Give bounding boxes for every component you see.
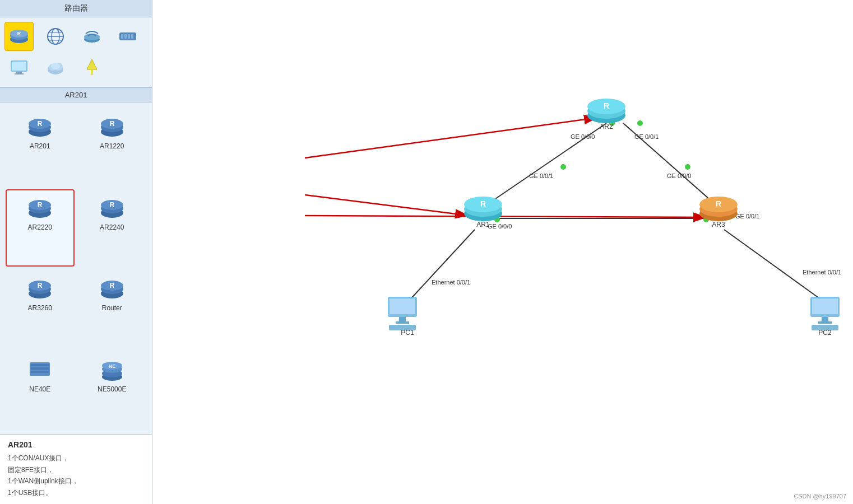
device-NE40E-label: NE40E xyxy=(29,385,50,393)
svg-text:R: R xyxy=(480,199,486,208)
svg-point-64 xyxy=(560,164,566,170)
device-AR201-label: AR201 xyxy=(30,142,50,150)
device-AR2220[interactable]: R AR2220 xyxy=(6,189,75,267)
svg-rect-53 xyxy=(31,371,49,373)
toolbar-monitor-icon[interactable] xyxy=(4,53,34,82)
svg-rect-19 xyxy=(15,73,24,74)
device-grid: R AR201 R AR1220 R AR2220 xyxy=(0,102,152,434)
svg-rect-97 xyxy=(396,321,409,324)
svg-text:GE 0/0/1: GE 0/0/1 xyxy=(529,172,553,179)
svg-text:GE 0/0/0: GE 0/0/0 xyxy=(571,133,595,140)
svg-rect-52 xyxy=(31,367,49,370)
toolbar-router-icon[interactable]: R xyxy=(4,22,34,51)
svg-rect-15 xyxy=(131,34,133,39)
device-NE5000E[interactable]: NE NE5000E xyxy=(78,351,147,429)
label-PC1: PC1 xyxy=(401,329,414,337)
label-AR1: AR1 xyxy=(476,221,490,228)
node-AR1[interactable]: R xyxy=(464,197,502,221)
top-icon-grid: R xyxy=(0,17,152,87)
svg-rect-100 xyxy=(812,298,838,314)
info-title: AR201 xyxy=(8,440,144,449)
toolbar-power-icon[interactable] xyxy=(77,53,106,82)
node-AR2[interactable]: R xyxy=(587,99,625,123)
svg-line-80 xyxy=(305,195,469,216)
device-Router-label: Router xyxy=(102,304,122,312)
svg-text:R: R xyxy=(38,282,43,290)
device-AR2220-label: AR2220 xyxy=(28,223,52,231)
svg-text:R: R xyxy=(109,120,114,128)
info-panel: AR201 1个CON/AUX接口，固定8FE接口，1个WAN侧uplink接口… xyxy=(0,434,152,504)
svg-line-79 xyxy=(305,118,598,158)
device-AR2240-label: AR2240 xyxy=(100,223,124,231)
device-AR3260-label: AR3260 xyxy=(28,304,52,312)
svg-text:Ethernet 0/0/1: Ethernet 0/0/1 xyxy=(432,279,470,286)
label-AR2: AR2 xyxy=(600,123,613,130)
svg-marker-24 xyxy=(87,59,97,69)
svg-text:GE 0/0/0: GE 0/0/0 xyxy=(667,172,691,179)
label-PC2: PC2 xyxy=(818,329,832,337)
svg-text:GE 0/0/1: GE 0/0/1 xyxy=(735,213,759,220)
device-AR201[interactable]: R AR201 xyxy=(6,108,75,186)
svg-line-81 xyxy=(305,216,707,217)
top-section-title: 路由器 xyxy=(0,0,152,17)
device-NE5000E-label: NE5000E xyxy=(98,385,126,393)
svg-rect-14 xyxy=(128,34,130,39)
svg-rect-95 xyxy=(390,298,415,314)
node-AR3[interactable]: R xyxy=(699,197,738,221)
svg-text:GE 0/0/1: GE 0/0/1 xyxy=(634,133,659,140)
main-canvas[interactable]: GE 0/0/1 GE 0/0/0 GE 0/0/1 GE 0/0/0 GE 0… xyxy=(152,0,853,504)
node-PC1[interactable] xyxy=(388,297,417,330)
svg-rect-25 xyxy=(91,69,93,75)
device-AR1220[interactable]: R AR1220 xyxy=(78,108,147,186)
toolbar-switch-icon[interactable] xyxy=(113,22,142,51)
node-PC2[interactable] xyxy=(810,297,840,330)
svg-text:NE: NE xyxy=(108,363,115,369)
sidebar: 路由器 R xyxy=(0,0,152,504)
toolbar-wireless-icon[interactable] xyxy=(77,22,106,51)
svg-rect-101 xyxy=(822,317,828,321)
topology-svg: GE 0/0/1 GE 0/0/0 GE 0/0/1 GE 0/0/0 GE 0… xyxy=(152,0,853,504)
svg-text:R: R xyxy=(38,120,43,128)
info-text: 1个CON/AUX接口，固定8FE接口，1个WAN侧uplink接口，1个USB… xyxy=(8,452,144,498)
svg-rect-12 xyxy=(121,34,123,39)
svg-rect-17 xyxy=(12,62,26,71)
svg-text:R: R xyxy=(604,101,609,110)
svg-text:R: R xyxy=(17,31,21,36)
svg-text:R: R xyxy=(38,201,43,209)
device-Router[interactable]: R Router xyxy=(78,270,147,348)
svg-text:R: R xyxy=(109,201,114,209)
device-NE40E[interactable]: NE40E xyxy=(6,351,75,429)
svg-rect-18 xyxy=(16,72,22,73)
svg-point-23 xyxy=(51,63,60,69)
svg-rect-96 xyxy=(399,317,406,321)
svg-text:R: R xyxy=(109,282,114,290)
toolbar-network-icon[interactable] xyxy=(41,22,70,51)
svg-text:R: R xyxy=(716,199,721,208)
svg-text:Ethernet 0/0/1: Ethernet 0/0/1 xyxy=(803,269,841,276)
toolbar-cloud-icon[interactable] xyxy=(41,53,70,82)
attribution: CSDN @hy199707 xyxy=(794,493,846,500)
ar-section-title: AR201 xyxy=(0,87,152,102)
label-AR3: AR3 xyxy=(712,221,725,228)
device-AR1220-label: AR1220 xyxy=(100,142,124,150)
device-AR2240[interactable]: R AR2240 xyxy=(78,189,147,267)
device-AR3260[interactable]: R AR3260 xyxy=(6,270,75,348)
svg-point-67 xyxy=(685,164,690,170)
svg-line-63 xyxy=(724,230,825,302)
svg-rect-102 xyxy=(818,321,832,324)
svg-rect-13 xyxy=(124,34,127,39)
svg-line-62 xyxy=(407,230,475,302)
svg-text:GE 0/0/0: GE 0/0/0 xyxy=(488,223,512,230)
svg-point-66 xyxy=(637,120,643,126)
svg-rect-51 xyxy=(31,364,49,366)
